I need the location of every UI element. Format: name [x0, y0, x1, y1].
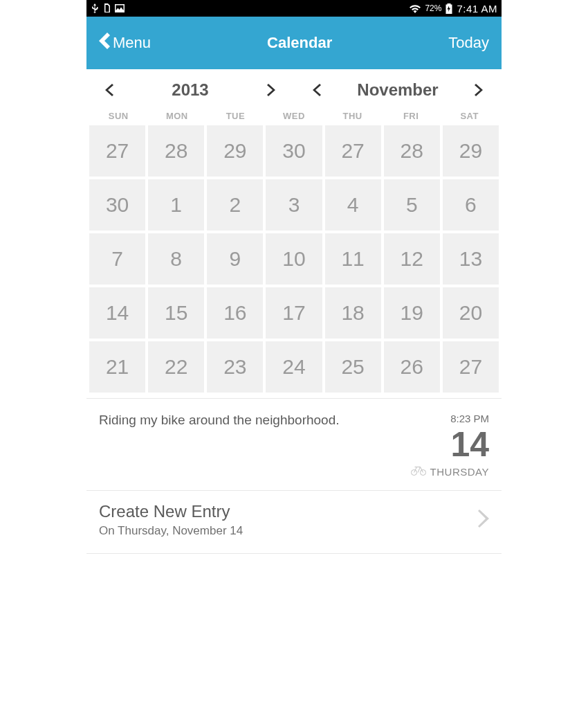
calendar-day[interactable]: 2 — [207, 179, 263, 231]
weekday-label: SUN — [89, 111, 148, 121]
calendar-day[interactable]: 28 — [384, 125, 440, 177]
calendar-day[interactable]: 30 — [89, 179, 145, 231]
clock-text: 7:41 AM — [457, 3, 497, 15]
calendar-day[interactable]: 20 — [443, 287, 499, 339]
journal-entry[interactable]: Riding my bike around the neighborhood. … — [86, 398, 502, 490]
month-next-button[interactable] — [470, 81, 488, 99]
sim-icon — [103, 3, 111, 13]
calendar-day[interactable]: 29 — [443, 125, 499, 177]
calendar-day[interactable]: 28 — [148, 125, 204, 177]
calendar-day[interactable]: 21 — [89, 341, 145, 393]
calendar-day[interactable]: 23 — [207, 341, 263, 393]
status-bar: 72% 7:41 AM — [86, 0, 502, 17]
chevron-right-icon — [478, 510, 489, 530]
usb-icon — [91, 3, 99, 13]
create-subtitle: On Thursday, November 14 — [99, 524, 243, 538]
calendar-day[interactable]: 13 — [443, 233, 499, 285]
calendar-day[interactable]: 16 — [207, 287, 263, 339]
weekday-label: WED — [265, 111, 324, 121]
menu-button[interactable]: Menu — [99, 33, 151, 53]
app-header: Menu Calendar Today — [86, 17, 502, 69]
calendar-day[interactable]: 25 — [325, 341, 381, 393]
calendar-day[interactable]: 5 — [384, 179, 440, 231]
calendar-day[interactable]: 3 — [266, 179, 322, 231]
date-picker-row: 2013 November — [86, 69, 502, 111]
calendar-day[interactable]: 19 — [384, 287, 440, 339]
calendar-grid: 2728293027282930123456789101112131415161… — [86, 125, 502, 398]
calendar-day[interactable]: 12 — [384, 233, 440, 285]
entry-meta: 8:23 PM 14 THURSDAY — [411, 413, 489, 478]
month-label[interactable]: November — [357, 80, 438, 100]
year-prev-button[interactable] — [100, 81, 118, 99]
calendar-day[interactable]: 17 — [266, 287, 322, 339]
calendar-day[interactable]: 24 — [266, 341, 322, 393]
entry-day-number: 14 — [450, 427, 489, 462]
entry-time: 8:23 PM — [450, 413, 489, 424]
calendar-day[interactable]: 18 — [325, 287, 381, 339]
calendar-day[interactable]: 26 — [384, 341, 440, 393]
weekday-header: SUNMONTUEWEDTHUFRISAT — [86, 111, 502, 125]
bicycle-icon — [411, 466, 426, 478]
weekday-label: SAT — [440, 111, 499, 121]
entry-text: Riding my bike around the neighborhood. — [99, 413, 411, 478]
calendar-day[interactable]: 4 — [325, 179, 381, 231]
wifi-icon — [410, 4, 421, 13]
page-title: Calendar — [267, 34, 332, 52]
calendar-day[interactable]: 9 — [207, 233, 263, 285]
calendar-day[interactable]: 29 — [207, 125, 263, 177]
chevron-left-icon — [99, 33, 110, 53]
entry-day-name: THURSDAY — [430, 466, 489, 478]
year-next-button[interactable] — [262, 81, 280, 99]
battery-percent: 72% — [425, 3, 441, 13]
calendar-day[interactable]: 7 — [89, 233, 145, 285]
year-label[interactable]: 2013 — [172, 80, 208, 100]
menu-label: Menu — [113, 34, 151, 52]
calendar-day[interactable]: 22 — [148, 341, 204, 393]
calendar-day[interactable]: 27 — [443, 341, 499, 393]
create-title: Create New Entry — [99, 502, 243, 521]
weekday-label: MON — [148, 111, 207, 121]
calendar-day[interactable]: 30 — [266, 125, 322, 177]
month-prev-button[interactable] — [308, 81, 326, 99]
picture-icon — [115, 4, 125, 12]
weekday-label: THU — [323, 111, 382, 121]
calendar-day[interactable]: 11 — [325, 233, 381, 285]
calendar-day[interactable]: 8 — [148, 233, 204, 285]
calendar-day[interactable]: 10 — [266, 233, 322, 285]
today-button[interactable]: Today — [448, 34, 489, 52]
calendar-day[interactable]: 1 — [148, 179, 204, 231]
weekday-label: TUE — [206, 111, 265, 121]
calendar-day[interactable]: 27 — [89, 125, 145, 177]
create-entry-button[interactable]: Create New Entry On Thursday, November 1… — [86, 490, 502, 554]
calendar-day[interactable]: 15 — [148, 287, 204, 339]
calendar-day[interactable]: 14 — [89, 287, 145, 339]
battery-charging-icon — [445, 3, 452, 14]
weekday-label: FRI — [382, 111, 441, 121]
calendar-day[interactable]: 6 — [443, 179, 499, 231]
calendar-day[interactable]: 27 — [325, 125, 381, 177]
